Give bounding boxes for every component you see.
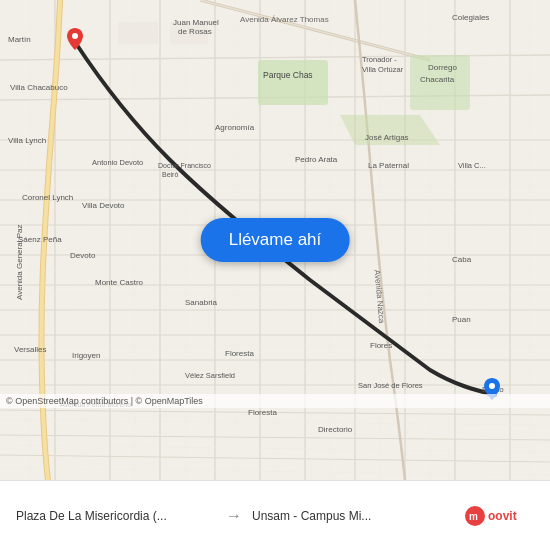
svg-text:Flores: Flores (370, 341, 392, 350)
svg-text:Directorio: Directorio (318, 425, 353, 434)
svg-text:Chacarita: Chacarita (420, 75, 455, 84)
svg-point-102 (72, 33, 78, 39)
svg-text:Pedro Arata: Pedro Arata (295, 155, 338, 164)
svg-text:Villa C...: Villa C... (458, 161, 486, 170)
svg-text:Juan Manuel: Juan Manuel (173, 18, 219, 27)
svg-text:Agronomía: Agronomía (215, 123, 255, 132)
svg-text:Caba: Caba (452, 255, 472, 264)
svg-text:Monte Castro: Monte Castro (95, 278, 144, 287)
svg-point-103 (489, 383, 495, 389)
svg-text:Beiró: Beiró (162, 171, 178, 178)
svg-text:Versalles: Versalles (14, 345, 46, 354)
map-container: Avenida General Paz Avenida Álvarez Thom… (0, 0, 550, 480)
svg-text:Tronador -: Tronador - (362, 55, 397, 64)
svg-text:Avenida Álvarez Thomas: Avenida Álvarez Thomas (240, 15, 329, 24)
arrow-icon: → (226, 507, 242, 525)
moovit-logo: m oovit (464, 505, 534, 527)
svg-text:Floresta: Floresta (225, 349, 254, 358)
svg-rect-56 (258, 60, 328, 105)
svg-text:de Rosas: de Rosas (178, 27, 212, 36)
destination-info: Unsam - Campus Mi... (252, 509, 452, 523)
svg-text:San José de Flores: San José de Flores (358, 381, 423, 390)
svg-rect-58 (118, 22, 158, 44)
svg-text:Coronel Lynch: Coronel Lynch (22, 193, 73, 202)
svg-text:Sanabria: Sanabria (185, 298, 218, 307)
destination-name: Unsam - Campus Mi... (252, 509, 452, 523)
svg-text:m: m (469, 511, 478, 522)
svg-text:Villa Chacabuco: Villa Chacabuco (10, 83, 68, 92)
svg-text:oovit: oovit (488, 509, 517, 523)
svg-text:Sáenz Peña: Sáenz Peña (18, 235, 62, 244)
svg-text:Floresta: Floresta (248, 408, 277, 417)
svg-text:Villa Lynch: Villa Lynch (8, 136, 46, 145)
svg-text:Doctor Francisco: Doctor Francisco (158, 162, 211, 169)
svg-text:Villa Ortúzar: Villa Ortúzar (362, 65, 404, 74)
origin-info: Plaza De La Misericordia (... (16, 509, 216, 523)
svg-text:La Paternal: La Paternal (368, 161, 409, 170)
svg-text:Irigoyen: Irigoyen (72, 351, 100, 360)
navigate-button[interactable]: Llévame ahí (201, 218, 350, 262)
svg-text:Dorrego: Dorrego (428, 63, 457, 72)
svg-text:Vélez Sarsfield: Vélez Sarsfield (185, 371, 235, 380)
svg-text:Puan: Puan (452, 315, 471, 324)
bottom-bar: Plaza De La Misericordia (... → Unsam - … (0, 480, 550, 550)
svg-text:Villa Devoto: Villa Devoto (82, 201, 125, 210)
svg-text:Devoto: Devoto (70, 251, 96, 260)
svg-text:Martín: Martín (8, 35, 31, 44)
svg-text:José Artigas: José Artigas (365, 133, 409, 142)
origin-name: Plaza De La Misericordia (... (16, 509, 216, 523)
svg-text:Parque Chas: Parque Chas (263, 70, 313, 80)
map-attribution: © OpenStreetMap contributors | © OpenMap… (0, 394, 550, 408)
svg-text:Antonio Devoto: Antonio Devoto (92, 158, 143, 167)
svg-text:Colegiales: Colegiales (452, 13, 489, 22)
